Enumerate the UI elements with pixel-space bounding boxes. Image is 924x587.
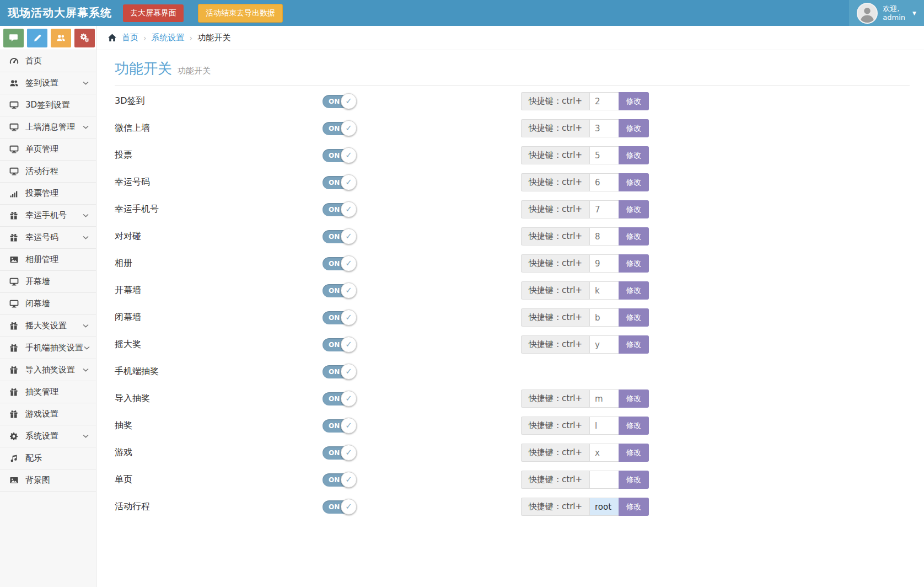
sidebar-item-2[interactable]: 签到设置 <box>0 72 96 94</box>
modify-button[interactable]: 修改 <box>619 281 649 300</box>
modify-button[interactable]: 修改 <box>619 119 649 137</box>
modify-button[interactable]: 修改 <box>619 389 649 408</box>
feature-toggle-on[interactable]: ON ✓ <box>323 95 354 108</box>
breadcrumb-section-link[interactable]: 系统设置 <box>152 33 185 43</box>
feature-label: 游戏 <box>115 447 323 458</box>
modify-button[interactable]: 修改 <box>619 92 649 110</box>
image-icon <box>9 476 19 485</box>
sidebar-item-20[interactable]: 背景图 <box>0 469 96 492</box>
sidebar-item-13[interactable]: 摇大奖设置 <box>0 315 96 337</box>
sidebar-item-4[interactable]: 上墙消息管理 <box>0 116 96 138</box>
username: admin <box>883 13 905 22</box>
modify-button[interactable]: 修改 <box>619 498 649 516</box>
sidebar-item-6[interactable]: 活动行程 <box>0 161 96 183</box>
page-subtitle: 功能开关 <box>178 66 211 76</box>
check-icon: ✓ <box>341 309 357 325</box>
modify-button[interactable]: 修改 <box>619 200 649 218</box>
modify-button[interactable]: 修改 <box>619 173 649 191</box>
feature-toggle-on[interactable]: ON ✓ <box>323 257 354 270</box>
feature-row-13: 抽奖 ON ✓ 快捷键：ctrl+ 修改 <box>115 412 910 439</box>
shortcut-prefix: 快捷键：ctrl+ <box>521 335 589 354</box>
sidebar-item-3[interactable]: 3D签到设置 <box>0 94 96 116</box>
feature-toggle-on[interactable]: ON ✓ <box>323 500 354 514</box>
user-menu[interactable]: 欢迎, admin ▼ <box>849 0 924 26</box>
shortcut-group: 快捷键：ctrl+ 修改 <box>521 119 649 137</box>
check-icon: ✓ <box>341 228 357 244</box>
modify-button[interactable]: 修改 <box>619 417 649 435</box>
feature-toggle-on[interactable]: ON ✓ <box>323 176 354 189</box>
feature-label: 活动行程 <box>115 501 323 513</box>
feature-toggle-on[interactable]: ON ✓ <box>323 203 354 216</box>
feature-toggle-on[interactable]: ON ✓ <box>323 284 354 297</box>
feature-label: 相册 <box>115 258 323 269</box>
feature-toggle-on[interactable]: ON ✓ <box>323 311 354 324</box>
quick-users-button[interactable] <box>51 29 71 47</box>
shortcut-input[interactable] <box>589 254 619 273</box>
shortcut-input[interactable] <box>589 173 619 191</box>
feature-toggle-on[interactable]: ON ✓ <box>323 419 354 433</box>
quick-settings-button[interactable] <box>74 29 95 47</box>
go-big-screen-button[interactable]: 去大屏幕界面 <box>123 4 184 22</box>
sidebar-item-15[interactable]: 导入抽奖设置 <box>0 359 96 381</box>
modify-button[interactable]: 修改 <box>619 335 649 354</box>
sidebar-item-18[interactable]: 系统设置 <box>0 425 96 447</box>
shortcut-input[interactable] <box>589 92 619 110</box>
shortcut-group: 快捷键：ctrl+ 修改 <box>521 254 649 273</box>
modify-button[interactable]: 修改 <box>619 471 649 489</box>
shortcut-input[interactable] <box>589 335 619 354</box>
shortcut-input[interactable] <box>589 444 619 462</box>
feature-toggle-on[interactable]: ON ✓ <box>323 473 354 487</box>
feature-row-4: 幸运号码 ON ✓ 快捷键：ctrl+ 修改 <box>115 169 910 196</box>
sidebar-item-10[interactable]: 相册管理 <box>0 249 96 271</box>
shortcut-input[interactable] <box>589 389 619 408</box>
feature-toggle-on[interactable]: ON ✓ <box>323 338 354 351</box>
quick-edit-button[interactable] <box>27 29 47 47</box>
feature-row-16: 活动行程 ON ✓ 快捷键：ctrl+ 修改 <box>115 493 910 520</box>
feature-toggle-on[interactable]: ON ✓ <box>323 122 354 135</box>
modify-button[interactable]: 修改 <box>619 308 649 327</box>
sidebar-item-17[interactable]: 游戏设置 <box>0 403 96 425</box>
shortcut-input[interactable] <box>589 119 619 137</box>
feature-toggle-on[interactable]: ON ✓ <box>323 149 354 162</box>
shortcut-input[interactable] <box>589 308 619 327</box>
chevron-down-icon <box>82 212 89 219</box>
gift-icon <box>9 344 19 353</box>
export-data-button[interactable]: 活动结束去导出数据 <box>198 4 283 23</box>
feature-toggle-on[interactable]: ON ✓ <box>323 446 354 460</box>
sidebar-item-7[interactable]: 投票管理 <box>0 183 96 205</box>
gift-icon <box>9 366 19 375</box>
check-icon: ✓ <box>341 147 357 163</box>
sidebar-item-8[interactable]: 幸运手机号 <box>0 205 96 227</box>
modify-button[interactable]: 修改 <box>619 444 649 462</box>
sidebar-item-16[interactable]: 抽奖管理 <box>0 381 96 403</box>
sidebar-item-12[interactable]: 闭幕墙 <box>0 293 96 315</box>
shortcut-input[interactable] <box>589 417 619 435</box>
breadcrumb-home-link[interactable]: 首页 <box>122 33 138 43</box>
sidebar-item-11[interactable]: 开幕墙 <box>0 271 96 293</box>
page-title: 功能开关 <box>115 59 172 78</box>
feature-label: 抽奖 <box>115 420 323 431</box>
feature-toggle-on[interactable]: ON ✓ <box>323 365 354 378</box>
feature-row-11: 手机端抽奖 ON ✓ <box>115 358 910 385</box>
shortcut-input[interactable] <box>589 200 619 218</box>
modify-button[interactable]: 修改 <box>619 254 649 273</box>
feature-row-8: 开幕墙 ON ✓ 快捷键：ctrl+ 修改 <box>115 277 910 304</box>
sidebar-item-5[interactable]: 单页管理 <box>0 138 96 161</box>
shortcut-input[interactable] <box>589 146 619 164</box>
shortcut-input[interactable] <box>589 227 619 246</box>
feature-toggle-on[interactable]: ON ✓ <box>323 230 354 243</box>
sidebar-item-1[interactable]: 首页 <box>0 50 96 72</box>
modify-button[interactable]: 修改 <box>619 227 649 246</box>
sidebar-item-14[interactable]: 手机端抽奖设置 <box>0 337 96 359</box>
feature-toggle-on[interactable]: ON ✓ <box>323 392 354 405</box>
sidebar-item-19[interactable]: 配乐 <box>0 447 96 469</box>
shortcut-input[interactable] <box>589 471 619 489</box>
sidebar-item-9[interactable]: 幸运号码 <box>0 227 96 249</box>
gear-icon <box>9 432 19 441</box>
title-divider <box>115 85 910 86</box>
modify-button[interactable]: 修改 <box>619 146 649 164</box>
shortcut-input[interactable] <box>589 498 619 516</box>
avatar <box>857 3 878 24</box>
quick-comment-button[interactable] <box>3 29 24 47</box>
shortcut-input[interactable] <box>589 281 619 300</box>
